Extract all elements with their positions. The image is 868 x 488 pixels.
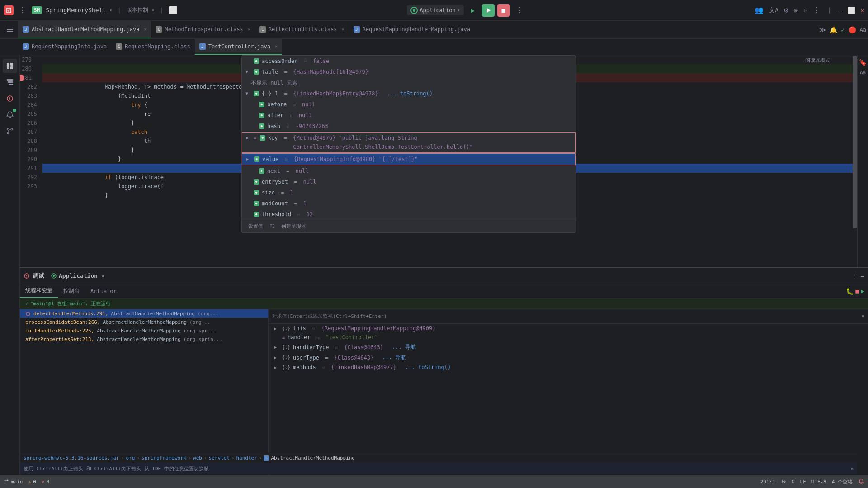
tooltip-item-modcount[interactable]: ◆ modCount = 1 [242, 198, 576, 209]
nav-link-usertype[interactable]: ... 导航 [382, 354, 406, 361]
call-stack-item-2[interactable]: initHandlerMethods:225, AbstractHandlerM… [20, 327, 268, 335]
status-indent[interactable]: 4 个空格 [832, 479, 853, 485]
stop-button[interactable]: ■ [497, 4, 510, 17]
hint-close-button[interactable]: ✕ [850, 466, 854, 472]
expand-icon-usertype[interactable]: ▶ [274, 355, 279, 360]
tab-threads-vars[interactable]: 线程和变量 [20, 284, 58, 298]
var-item-handler[interactable]: ≡ handler = "testController" [269, 333, 868, 342]
breadcrumb-org[interactable]: org [126, 455, 135, 461]
tab-console[interactable]: 控制台 [58, 284, 85, 298]
close-button[interactable]: ✕ [861, 7, 864, 14]
minimize-button[interactable]: — [838, 7, 842, 14]
status-git[interactable]: main [4, 479, 23, 485]
panel-more-icon[interactable]: ⋮ [851, 272, 857, 280]
tooltip-item-size[interactable]: ◆ size = 1 [242, 187, 576, 198]
tab-close-icon3[interactable]: ✕ [342, 27, 344, 32]
status-encoding[interactable]: UTF-8 [811, 479, 826, 485]
stop-debug-icon[interactable]: ■ [855, 288, 859, 294]
breadcrumb-servlet[interactable]: servlet [209, 455, 230, 461]
tooltip-item-key[interactable]: ▶ ≡ ◆ key = {Method@4976} "public java.l… [242, 133, 575, 152]
new-tab-button[interactable]: ⬜ [169, 6, 178, 14]
tooltip-item-value[interactable]: ▶ ◆ value = {RequestMappingInfo@4980} "{… [242, 154, 575, 165]
more-icon[interactable]: ⋮ [813, 6, 821, 14]
tab-method-introspector[interactable]: C MethodIntrospector.class ✕ [151, 21, 255, 38]
debug-run-button[interactable] [482, 4, 495, 17]
dropdown-icon[interactable]: ▼ [862, 314, 864, 319]
tab-actuator[interactable]: Actuator [85, 284, 122, 298]
plugins-icon[interactable]: ❋ [794, 6, 798, 14]
var-item-handlertype[interactable]: ▶ {.} handlerType = {Class@4643} ... 导航 [269, 342, 868, 352]
tab-request-mapping-class[interactable]: C RequestMapping.class [111, 39, 195, 55]
status-notification[interactable] [858, 479, 864, 485]
sidebar-item-notifications[interactable] [3, 108, 17, 122]
var-input-bar[interactable]: 对求值(Enter)或添加监视(Ctrl+Shift+Enter) ▼ [269, 309, 868, 324]
tooltip-item-next[interactable]: ◆ next = null [242, 166, 576, 176]
status-line-col[interactable]: 291:1 [760, 479, 775, 485]
tooltip-item-hash[interactable]: ◆ hash = -947437263 [242, 121, 576, 132]
tab-request-mapping-handler[interactable]: J RequestMappingHandlerMapping.java [349, 21, 475, 38]
status-line-ending[interactable]: LF [800, 479, 806, 485]
tooltip-item-entryset[interactable]: ◆ entrySet = null [242, 176, 576, 187]
nav-link-methods[interactable]: ... toString() [405, 364, 451, 370]
expand-icon2[interactable]: ▼ [245, 67, 251, 76]
sidebar-item-structure[interactable] [3, 75, 17, 90]
tab-test-controller[interactable]: J TestController.java ✕ [195, 39, 282, 55]
tabs-more-button[interactable]: ≫ [816, 26, 830, 33]
breadcrumb-jar[interactable]: spring-webmvc-5.3.16-sources.jar [24, 455, 119, 461]
tooltip-value-row[interactable]: ▶ ◆ value = {RequestMappingInfo@4980} "{… [242, 153, 576, 165]
sidebar-right-bookmark[interactable]: 🔖 [859, 59, 867, 66]
breadcrumb-handler[interactable]: handler [236, 455, 257, 461]
close-app-tab[interactable]: ✕ [101, 273, 104, 279]
tooltip-item-before[interactable]: ◆ before = null [242, 99, 576, 110]
expand-icon7[interactable]: ▶ [246, 133, 251, 142]
notification-icon[interactable]: 🔔 [830, 26, 837, 33]
file-tree-toggle[interactable] [2, 22, 18, 38]
tab-reflection-utils[interactable]: C ReflectionUtils.class ✕ [255, 21, 349, 38]
tab-close-icon2[interactable]: ✕ [248, 27, 250, 32]
status-warnings[interactable]: ⚠ 0 [28, 479, 36, 485]
run-button[interactable]: ▶ [467, 4, 479, 17]
warning-icon[interactable]: 🔴 [849, 26, 856, 33]
tooltip-item-entry1[interactable]: ▼ ◆ {.} 1 = {LinkedHashMap$Entry@4978} .… [242, 88, 576, 99]
run-more-button[interactable]: ⋮ [514, 4, 525, 16]
expand-icon3[interactable]: ▼ [245, 89, 251, 98]
bug-icon[interactable]: 🐛 [846, 288, 854, 295]
expand-icon-methods[interactable]: ▶ [274, 365, 279, 370]
breadcrumb-springframework[interactable]: springframework [142, 455, 186, 461]
status-google-icon[interactable]: G [792, 479, 795, 485]
sidebar-item-git[interactable] [3, 124, 17, 138]
tab-close-icon[interactable]: ✕ [144, 27, 146, 32]
nav-link-handlertype[interactable]: ... 导航 [392, 343, 416, 351]
run-config-selector[interactable]: Application ▾ [407, 5, 464, 15]
maximize-button[interactable]: ⬜ [848, 7, 855, 14]
tooltip-item-threshold[interactable]: ◆ threshold = 12 [242, 209, 576, 220]
call-stack-item-0[interactable]: detectHandlerMethods:291, AbstractHandle… [20, 309, 268, 318]
check-icon[interactable]: ✓ [841, 26, 844, 33]
var-item-this[interactable]: ▶ {.} this = {RequestMappingHandlerMappi… [269, 324, 868, 333]
expand-icon-this[interactable]: ▶ [274, 326, 279, 331]
tab-request-mapping-info[interactable]: J RequestMappingInfo.java [18, 39, 111, 55]
var-item-methods[interactable]: ▶ {.} methods = {LinkedHashMap@4977} ...… [269, 363, 868, 372]
search-icon[interactable]: ⌕ [803, 6, 808, 14]
tooltip-key-row[interactable]: ▶ ≡ ◆ key = {Method@4976} "public java.l… [242, 132, 576, 153]
breadcrumb-web[interactable]: web [193, 455, 202, 461]
menu-dots[interactable]: ⋮ [17, 4, 28, 16]
tools-icon[interactable]: ⚙ [784, 6, 788, 14]
resume-icon[interactable]: ▶ [861, 288, 864, 294]
sidebar-item-debug[interactable] [3, 91, 17, 106]
tooltip-item-table[interactable]: ▼ ◆ table = {HashMap$Node[16]@4979} [242, 66, 576, 77]
translate-icon[interactable]: 文A [769, 6, 778, 14]
tooltip-item-after[interactable]: ◆ after = null [242, 110, 576, 121]
sidebar-item-project[interactable] [3, 59, 17, 73]
version-control-label[interactable]: 版本控制 [127, 6, 148, 14]
status-vcs[interactable] [781, 479, 786, 484]
users-icon[interactable]: 👥 [755, 6, 764, 14]
format-icon[interactable]: Aa [860, 27, 866, 33]
set-value-button[interactable]: 设置值 [245, 222, 266, 231]
expand-icon8[interactable]: ▶ [246, 155, 251, 164]
call-stack-item-3[interactable]: afterPropertiesSet:213, AbstractHandlerM… [20, 335, 268, 344]
create-renderer-button[interactable]: 创建呈现器 [278, 222, 309, 231]
panel-minimize-icon[interactable]: — [861, 272, 864, 280]
tab-abstract-handler[interactable]: J AbstractHandlerMethodMapping.java ✕ [18, 21, 151, 38]
tooltip-item-accessorder[interactable]: ◆ accessOrder = false [242, 56, 576, 66]
